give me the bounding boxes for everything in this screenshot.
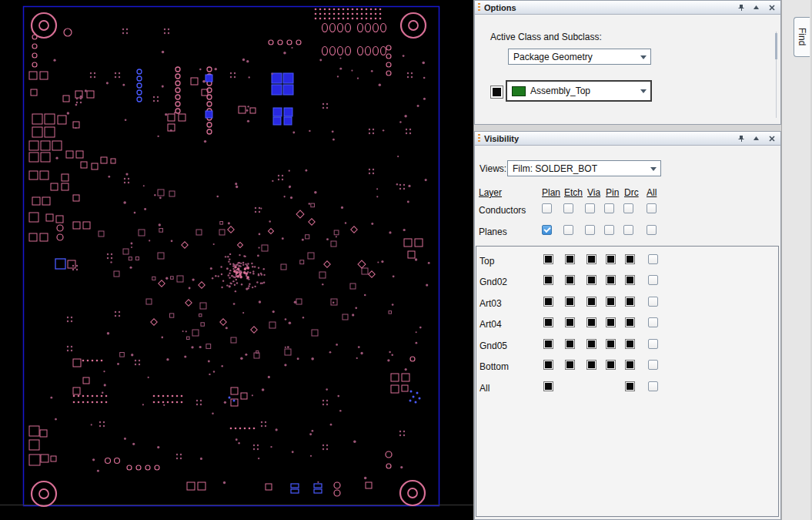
- collapse-up-icon[interactable]: [750, 2, 762, 12]
- layer-visibility-toggle[interactable]: [625, 339, 635, 349]
- visibility-checkbox[interactable]: [648, 317, 658, 327]
- visibility-panel-header: Visibility: [475, 132, 780, 146]
- pcb-design-canvas[interactable]: [0, 0, 473, 520]
- class-select[interactable]: Package Geometry: [508, 49, 651, 65]
- layer-visibility-toggle[interactable]: [625, 360, 635, 370]
- find-tab[interactable]: Find: [794, 17, 810, 57]
- visibility-panel-title: Visibility: [484, 134, 519, 143]
- conductors-checkbox-row: [475, 203, 780, 215]
- options-panel-title: Options: [484, 3, 516, 12]
- visibility-checkbox[interactable]: [542, 225, 552, 235]
- visibility-checkbox[interactable]: [623, 225, 633, 235]
- layer-visibility-toggle[interactable]: [606, 275, 616, 285]
- layer-list: Top Gnd02 Art03 Art04 Gnd05: [476, 246, 779, 517]
- auto-hide-tab-strip: Find: [781, 0, 810, 520]
- options-panel: Options Active Class and Subclass: Packa…: [474, 0, 781, 125]
- visibility-checkbox[interactable]: [648, 339, 658, 349]
- visibility-checkbox[interactable]: [585, 203, 595, 213]
- column-header-plan[interactable]: Plan: [542, 187, 560, 198]
- layer-visibility-toggle[interactable]: [565, 317, 575, 327]
- layer-visibility-toggle[interactable]: [565, 275, 575, 285]
- visibility-checkbox[interactable]: [647, 225, 657, 235]
- layer-visibility-toggle[interactable]: [606, 317, 616, 327]
- column-header-pin[interactable]: Pin: [606, 187, 619, 198]
- subclass-select[interactable]: Assembly_Top: [506, 80, 652, 102]
- planes-checkbox-row: [475, 225, 780, 237]
- subclass-color-toggle[interactable]: [490, 86, 503, 99]
- layer-row-gnd05: Gnd05: [476, 336, 778, 357]
- layer-visibility-toggle[interactable]: [606, 339, 616, 349]
- layer-visibility-toggle[interactable]: [586, 297, 596, 307]
- close-icon[interactable]: [766, 133, 777, 143]
- layer-row-gnd02: Gnd02: [476, 272, 778, 293]
- layer-toggle-row: [476, 297, 778, 308]
- layer-visibility-toggle[interactable]: [565, 254, 575, 264]
- docked-panels-column: Options Active Class and Subclass: Packa…: [473, 0, 781, 520]
- layer-visibility-toggle[interactable]: [586, 254, 596, 264]
- layer-visibility-toggle[interactable]: [565, 339, 575, 349]
- layer-visibility-toggle[interactable]: [606, 254, 616, 264]
- visibility-checkbox[interactable]: [648, 297, 658, 307]
- class-select-value: Package Geometry: [513, 52, 593, 62]
- visibility-checkbox[interactable]: [648, 275, 658, 285]
- visibility-checkbox[interactable]: [585, 225, 595, 235]
- panel-grip-icon: [478, 3, 480, 12]
- layer-visibility-toggle[interactable]: [586, 339, 596, 349]
- layer-visibility-toggle[interactable]: [543, 360, 553, 370]
- layer-visibility-toggle[interactable]: [543, 381, 553, 391]
- subclass-select-value: Assembly_Top: [530, 86, 590, 96]
- pin-icon[interactable]: [735, 133, 747, 143]
- pin-icon[interactable]: [735, 2, 747, 12]
- layer-visibility-toggle[interactable]: [543, 339, 553, 349]
- column-header-via[interactable]: Via: [587, 187, 600, 198]
- visibility-checkbox[interactable]: [604, 225, 614, 235]
- layer-visibility-toggle[interactable]: [625, 381, 635, 391]
- layer-row-bottom: Bottom: [476, 357, 778, 377]
- layer-visibility-toggle[interactable]: [543, 297, 553, 307]
- layer-visibility-toggle[interactable]: [586, 360, 596, 370]
- visibility-checkbox[interactable]: [563, 225, 573, 235]
- visibility-checkbox[interactable]: [647, 203, 657, 213]
- layer-visibility-toggle[interactable]: [606, 360, 616, 370]
- visibility-checkbox[interactable]: [563, 203, 573, 213]
- layer-visibility-toggle[interactable]: [543, 254, 553, 264]
- layer-toggle-row: [476, 339, 778, 351]
- visibility-checkbox[interactable]: [648, 254, 658, 264]
- visibility-checkbox[interactable]: [623, 203, 633, 213]
- options-panel-header: Options: [475, 1, 780, 15]
- layer-visibility-toggle[interactable]: [565, 297, 575, 307]
- column-header-drc[interactable]: Drc: [624, 187, 639, 198]
- layer-visibility-toggle[interactable]: [625, 254, 635, 264]
- active-class-label: Active Class and Subclass:: [490, 32, 602, 42]
- visibility-checkbox[interactable]: [648, 381, 658, 391]
- layer-visibility-toggle[interactable]: [543, 275, 553, 285]
- layer-visibility-toggle[interactable]: [586, 317, 596, 327]
- collapse-up-icon[interactable]: [750, 133, 762, 143]
- close-icon[interactable]: [766, 2, 777, 12]
- column-header-etch[interactable]: Etch: [564, 187, 583, 198]
- layer-visibility-toggle[interactable]: [606, 297, 616, 307]
- panel-grip-icon: [478, 134, 480, 143]
- column-header-all[interactable]: All: [647, 187, 657, 198]
- layer-toggle-row: [476, 275, 778, 287]
- options-scrollbar-thumb[interactable]: [775, 33, 777, 59]
- layer-visibility-toggle[interactable]: [543, 317, 553, 327]
- layer-row-art04: Art04: [476, 314, 778, 335]
- layer-toggle-row: [476, 317, 778, 329]
- visibility-checkbox[interactable]: [542, 203, 552, 213]
- pcb-editor-window: Options Active Class and Subclass: Packa…: [0, 0, 812, 520]
- layer-toggle-row: [476, 381, 778, 393]
- layer-visibility-toggle[interactable]: [565, 360, 575, 370]
- layer-visibility-toggle[interactable]: [625, 297, 635, 307]
- layer-visibility-toggle[interactable]: [586, 275, 596, 285]
- column-header-layer[interactable]: Layer: [479, 187, 502, 198]
- layer-visibility-toggle[interactable]: [625, 317, 635, 327]
- visibility-checkbox[interactable]: [604, 203, 614, 213]
- layer-visibility-toggle[interactable]: [625, 275, 635, 285]
- views-select[interactable]: Film: SOLDER_BOT: [507, 160, 661, 176]
- visibility-checkbox[interactable]: [648, 360, 658, 370]
- layer-toggle-row: [476, 360, 778, 371]
- layer-row-art03: Art03: [476, 294, 778, 314]
- visibility-panel: Visibility Views: Film: SOLDER_BOT Layer…: [474, 131, 781, 520]
- layer-row-all: All: [476, 378, 778, 399]
